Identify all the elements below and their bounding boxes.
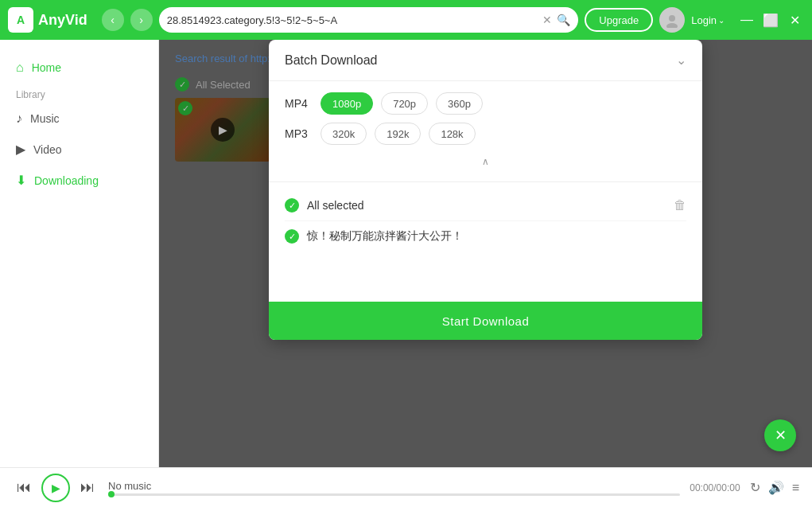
start-download-button[interactable]: Start Download <box>269 302 702 340</box>
batch-collapse-button[interactable]: ⌄ <box>676 53 686 68</box>
play-pause-button[interactable]: ▶ <box>41 474 70 502</box>
library-section-label: Library <box>0 83 158 103</box>
progress-bar[interactable] <box>108 493 680 496</box>
avatar <box>659 7 685 33</box>
search-clear-icon[interactable]: ✕ <box>542 14 552 26</box>
search-value: 28.8514923.category.5!3~5!2~5~5~A <box>167 14 538 26</box>
player-controls: ⏮ ▶ ⏭ <box>13 474 99 502</box>
item-all-selected-text: All selected <box>307 199 364 212</box>
search-bar: 28.8514923.category.5!3~5!2~5~5~A ✕ 🔍 <box>159 7 579 33</box>
item-all-selected-row: ✓ All selected 🗑 <box>285 190 686 221</box>
sidebar-video-label: Video <box>33 143 62 156</box>
batch-download-overlay: Batch Download ⌄ MP4 1080p 720p 360p MP3… <box>159 40 812 467</box>
item-list: ✓ All selected 🗑 ✓ 惊！秘制万能凉拌酱汁大公开！ <box>269 182 702 302</box>
delete-all-button[interactable]: 🗑 <box>674 198 686 213</box>
sidebar-home-label: Home <box>32 61 61 74</box>
search-icon[interactable]: 🔍 <box>557 14 570 26</box>
batch-header: Batch Download ⌄ <box>269 40 702 81</box>
svg-point-0 <box>669 15 675 21</box>
item-video-check: ✓ <box>285 229 299 244</box>
playlist-button[interactable]: ≡ <box>792 481 799 495</box>
time-display: 00:00/00:00 <box>690 482 740 493</box>
player-right-controls: ↻ 🔊 ≡ <box>750 480 799 495</box>
mp3-format-row: MP3 320k 192k 128k <box>285 123 686 145</box>
track-name: No music <box>108 480 680 492</box>
close-button[interactable]: ✕ <box>785 10 804 29</box>
item-video-row: ✓ 惊！秘制万能凉拌酱汁大公开！ <box>285 221 686 252</box>
track-info: No music <box>108 480 680 496</box>
collapse-row: ∧ <box>285 153 686 170</box>
sidebar-downloading-label: Downloading <box>34 174 99 187</box>
batch-download-panel: Batch Download ⌄ MP4 1080p 720p 360p MP3… <box>269 40 702 340</box>
content-area: Search result of http:// spm=a2h28.85149… <box>159 40 812 467</box>
batch-title: Batch Download <box>285 53 378 68</box>
logo-icon: A <box>8 7 33 33</box>
quality-360p-button[interactable]: 360p <box>436 92 483 115</box>
app-name: AnyVid <box>38 12 87 29</box>
quality-128k-button[interactable]: 128k <box>429 123 475 145</box>
window-controls: — ⬜ ✕ <box>737 10 804 29</box>
content-bg: Search result of http:// spm=a2h28.85149… <box>159 40 812 467</box>
quality-720p-button[interactable]: 720p <box>381 92 428 115</box>
sidebar-music-label: Music <box>30 112 60 125</box>
close-fab-button[interactable]: ✕ <box>764 419 796 451</box>
mp3-label: MP3 <box>285 127 313 140</box>
logo-area: A AnyVid <box>8 7 87 33</box>
item-all-check: ✓ <box>285 198 299 213</box>
repeat-button[interactable]: ↻ <box>750 480 760 495</box>
main-layout: ⌂ Home Library ♪ Music ▶ Video ⬇ Downloa… <box>0 40 812 467</box>
format-section: MP4 1080p 720p 360p MP3 320k 192k 128k <box>269 81 702 182</box>
item-all-selected-left: ✓ All selected <box>285 198 364 213</box>
quality-1080p-button[interactable]: 1080p <box>321 92 373 115</box>
download-icon: ⬇ <box>16 173 26 188</box>
music-icon: ♪ <box>16 111 22 126</box>
item-video-left: ✓ 惊！秘制万能凉拌酱汁大公开！ <box>285 229 463 244</box>
home-icon: ⌂ <box>16 60 24 75</box>
svg-point-1 <box>666 23 678 28</box>
player-bar: ⏮ ▶ ⏭ No music 00:00/00:00 ↻ 🔊 ≡ <box>0 467 812 507</box>
sidebar: ⌂ Home Library ♪ Music ▶ Video ⬇ Downloa… <box>0 40 159 467</box>
collapse-arrow-icon[interactable]: ∧ <box>482 156 489 167</box>
sidebar-item-downloading[interactable]: ⬇ Downloading <box>0 165 158 196</box>
login-button[interactable]: Login ⌄ <box>691 14 725 26</box>
video-icon: ▶ <box>16 142 25 157</box>
sidebar-item-music[interactable]: ♪ Music <box>0 103 158 134</box>
minimize-button[interactable]: — <box>737 10 756 29</box>
mp4-format-row: MP4 1080p 720p 360p <box>285 92 686 115</box>
next-track-button[interactable]: ⏭ <box>76 477 99 499</box>
sidebar-item-home[interactable]: ⌂ Home <box>0 53 158 83</box>
upgrade-button[interactable]: Upgrade <box>585 8 653 32</box>
sidebar-item-video[interactable]: ▶ Video <box>0 134 158 165</box>
mp4-label: MP4 <box>285 97 313 110</box>
quality-192k-button[interactable]: 192k <box>375 123 421 145</box>
nav-forward-button[interactable]: › <box>130 9 153 31</box>
quality-320k-button[interactable]: 320k <box>321 123 367 145</box>
volume-button[interactable]: 🔊 <box>768 480 784 495</box>
item-video-text: 惊！秘制万能凉拌酱汁大公开！ <box>307 229 463 244</box>
prev-track-button[interactable]: ⏮ <box>13 477 35 499</box>
nav-back-button[interactable]: ‹ <box>102 9 124 31</box>
titlebar: A AnyVid ‹ › 28.8514923.category.5!3~5!2… <box>0 0 812 40</box>
progress-dot <box>108 491 115 497</box>
maximize-button[interactable]: ⬜ <box>761 10 780 29</box>
